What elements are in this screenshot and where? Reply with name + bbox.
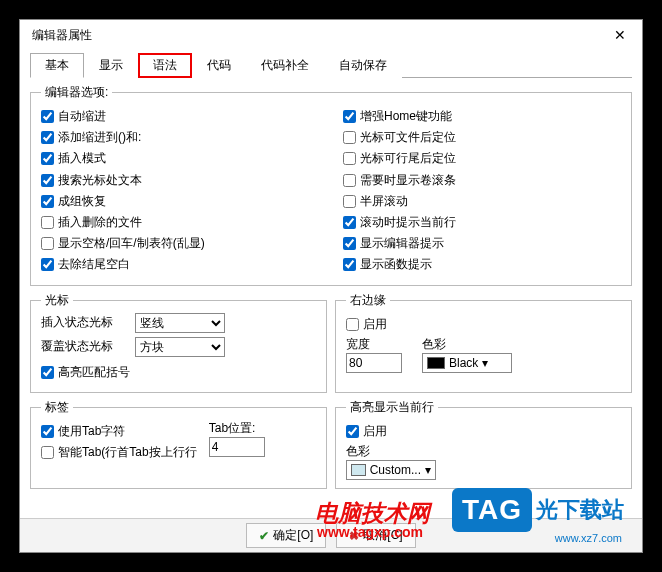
color-swatch-icon <box>351 464 366 476</box>
legend-highlight-line: 高亮显示当前行 <box>346 399 438 416</box>
x-icon: ✖ <box>349 529 359 543</box>
group-cursor: 光标 插入状态光标 竖线 覆盖状态光标 方块 高亮匹配括号 <box>30 292 327 393</box>
select-hl-color[interactable]: Custom... ▾ <box>346 460 436 480</box>
label-insert-cursor: 插入状态光标 <box>41 314 129 331</box>
group-highlight-line: 高亮显示当前行 启用 色彩 Custom... ▾ <box>335 399 632 489</box>
input-tab-pos[interactable] <box>209 437 265 457</box>
input-right-edge-width[interactable] <box>346 353 402 373</box>
label-overwrite-cursor: 覆盖状态光标 <box>41 338 129 355</box>
editor-properties-dialog: 编辑器属性 ✕ 基本 显示 语法 代码 代码补全 自动保存 编辑器选项: 自动缩… <box>19 19 643 553</box>
tab-autosave[interactable]: 自动保存 <box>324 53 402 78</box>
tab-basic[interactable]: 基本 <box>30 53 84 78</box>
label-tab-pos: Tab位置: <box>209 420 265 437</box>
label-color: 色彩 <box>422 336 512 353</box>
cancel-button[interactable]: ✖取消[C] <box>336 523 415 548</box>
tab-autocomplete[interactable]: 代码补全 <box>246 53 324 78</box>
titlebar: 编辑器属性 ✕ <box>20 20 642 50</box>
chevron-down-icon: ▾ <box>425 463 431 477</box>
select-right-edge-color[interactable]: Black ▾ <box>422 353 512 373</box>
ck-insert-deleted-file[interactable]: 插入删除的文件 <box>41 213 319 232</box>
ck-show-whitespace[interactable]: 显示空格/回车/制表符(乱显) <box>41 234 319 253</box>
ck-auto-indent[interactable]: 自动缩进 <box>41 107 319 126</box>
ck-right-edge-enable[interactable]: 启用 <box>346 315 621 334</box>
label-width: 宽度 <box>346 336 402 353</box>
group-tab: 标签 使用Tab字符 智能Tab(行首Tab按上行行 Tab位置: <box>30 399 327 489</box>
editor-options-left-col: 自动缩进 添加缩进到()和: 插入模式 搜索光标处文本 成组恢复 插入删除的文件… <box>41 105 319 277</box>
legend-cursor: 光标 <box>41 292 73 309</box>
ck-group-undo[interactable]: 成组恢复 <box>41 192 319 211</box>
ck-trim-trailing[interactable]: 去除结尾空白 <box>41 255 319 274</box>
tab-code[interactable]: 代码 <box>192 53 246 78</box>
legend-editor-options: 编辑器选项: <box>41 84 112 101</box>
ok-button[interactable]: ✔确定[O] <box>246 523 326 548</box>
ck-highlight-line-enable[interactable]: 启用 <box>346 422 621 441</box>
dialog-footer: ✔确定[O] ✖取消[C] <box>20 518 642 552</box>
legend-tab: 标签 <box>41 399 73 416</box>
group-editor-options: 编辑器选项: 自动缩进 添加缩进到()和: 插入模式 搜索光标处文本 成组恢复 … <box>30 84 632 286</box>
window-title: 编辑器属性 <box>32 27 92 44</box>
label-hl-color: 色彩 <box>346 443 621 460</box>
ck-enhanced-home[interactable]: 增强Home键功能 <box>343 107 621 126</box>
ck-cursor-past-eof[interactable]: 光标可文件后定位 <box>343 128 621 147</box>
ck-half-page-scroll[interactable]: 半屏滚动 <box>343 192 621 211</box>
legend-right-edge: 右边缘 <box>346 292 390 309</box>
ck-show-editor-hints[interactable]: 显示编辑器提示 <box>343 234 621 253</box>
group-right-edge: 右边缘 启用 宽度 色彩 Black ▾ <box>335 292 632 393</box>
ck-use-tab-char[interactable]: 使用Tab字符 <box>41 422 197 441</box>
ck-cursor-past-eol[interactable]: 光标可行尾后定位 <box>343 149 621 168</box>
close-icon[interactable]: ✕ <box>606 25 634 45</box>
chevron-down-icon: ▾ <box>482 356 488 370</box>
ck-smart-tab[interactable]: 智能Tab(行首Tab按上行行 <box>41 443 197 462</box>
panel-basic: 编辑器选项: 自动缩进 添加缩进到()和: 插入模式 搜索光标处文本 成组恢复 … <box>20 78 642 499</box>
tab-display[interactable]: 显示 <box>84 53 138 78</box>
tab-syntax[interactable]: 语法 <box>138 53 192 78</box>
editor-options-right-col: 增强Home键功能 光标可文件后定位 光标可行尾后定位 需要时显示卷滚条 半屏滚… <box>343 105 621 277</box>
ck-scroll-hint-line[interactable]: 滚动时提示当前行 <box>343 213 621 232</box>
color-swatch-icon <box>427 357 445 369</box>
ck-search-cursor-text[interactable]: 搜索光标处文本 <box>41 171 319 190</box>
tab-strip: 基本 显示 语法 代码 代码补全 自动保存 <box>30 53 642 78</box>
ck-insert-mode[interactable]: 插入模式 <box>41 149 319 168</box>
select-insert-cursor[interactable]: 竖线 <box>135 313 225 333</box>
ck-show-scrollbar-when-needed[interactable]: 需要时显示卷滚条 <box>343 171 621 190</box>
check-icon: ✔ <box>259 529 269 543</box>
ck-highlight-bracket[interactable]: 高亮匹配括号 <box>41 363 316 382</box>
ck-show-function-hints[interactable]: 显示函数提示 <box>343 255 621 274</box>
ck-add-indent-paren[interactable]: 添加缩进到()和: <box>41 128 319 147</box>
select-overwrite-cursor[interactable]: 方块 <box>135 337 225 357</box>
